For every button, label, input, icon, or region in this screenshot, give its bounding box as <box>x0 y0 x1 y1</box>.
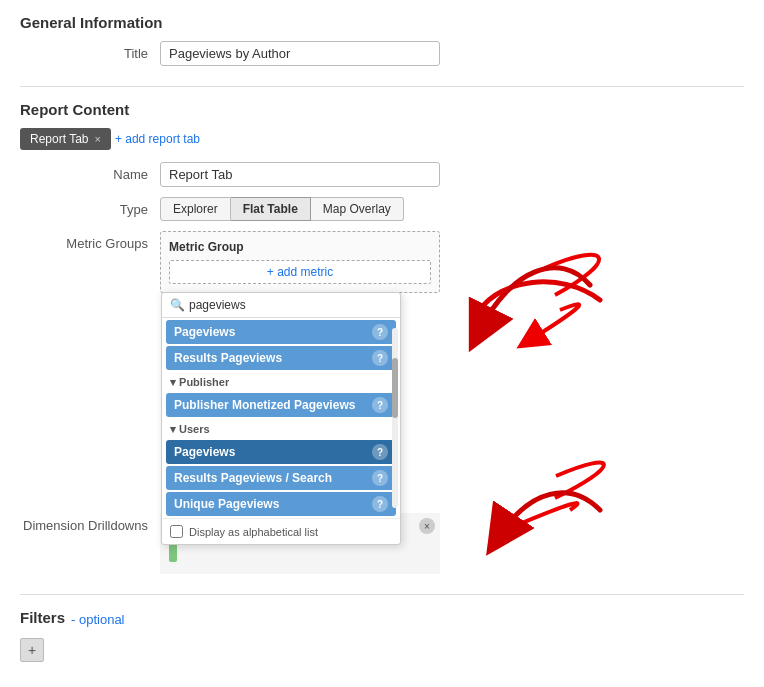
dropdown-scrollbar-thumb <box>392 358 398 418</box>
name-input[interactable] <box>160 162 440 187</box>
type-btn-map-overlay[interactable]: Map Overlay <box>311 197 404 221</box>
help-icon-4[interactable]: ? <box>372 444 388 460</box>
dimension-drilldowns-label: Dimension Drilldowns <box>20 513 160 533</box>
search-icon: 🔍 <box>170 298 185 312</box>
dropdown-item-publisher-monetized[interactable]: Publisher Monetized Pageviews ? <box>166 393 396 417</box>
help-icon-2[interactable]: ? <box>372 350 388 366</box>
report-tab[interactable]: Report Tab × <box>20 128 111 150</box>
item-label: Pageviews <box>174 325 235 339</box>
alphabetical-checkbox-row: Display as alphabetical list <box>162 518 400 544</box>
tab-close-icon[interactable]: × <box>94 133 100 145</box>
type-buttons-group: Explorer Flat Table Map Overlay <box>160 197 744 221</box>
dropdown-item-pageviews-users[interactable]: Pageviews ? <box>166 440 396 464</box>
dropdown-scrollbar[interactable] <box>392 328 398 508</box>
type-btn-explorer[interactable]: Explorer <box>160 197 231 221</box>
filters-title: Filters <box>20 609 65 626</box>
dropdown-item-unique-pageviews[interactable]: Unique Pageviews ? <box>166 492 396 516</box>
filters-add-button[interactable]: + <box>20 638 44 662</box>
tab-strip: Report Tab × + add report tab <box>20 128 744 150</box>
metric-dropdown: 🔍 Pageviews ? Results Pageviews ? <box>161 292 401 545</box>
metric-group-container: Metric Group + add metric 🔍 Pageviews <box>160 231 440 293</box>
item-label: Pageviews <box>174 445 235 459</box>
general-info-title: General Information <box>20 14 744 31</box>
tab-label: Report Tab <box>30 132 88 146</box>
add-report-tab-link[interactable]: + add report tab <box>115 132 200 146</box>
add-metric-button[interactable]: + add metric <box>169 260 431 284</box>
dropdown-item-results-search[interactable]: Results Pageviews / Search ? <box>166 466 396 490</box>
title-label: Title <box>20 41 160 61</box>
type-btn-flat-table[interactable]: Flat Table <box>231 197 311 221</box>
item-label: Results Pageviews <box>174 351 282 365</box>
name-label: Name <box>20 162 160 182</box>
metric-groups-label: Metric Groups <box>20 231 160 251</box>
report-content-title: Report Content <box>20 101 744 118</box>
item-label: Results Pageviews / Search <box>174 471 332 485</box>
dropdown-search-row: 🔍 <box>162 293 400 318</box>
dropdown-item-results-pageviews[interactable]: Results Pageviews ? <box>166 346 396 370</box>
dropdown-section-publisher: Publisher <box>162 372 400 391</box>
item-label: Publisher Monetized Pageviews <box>174 398 355 412</box>
alphabetical-checkbox[interactable] <box>170 525 183 538</box>
filters-optional-label: - optional <box>71 612 124 627</box>
help-icon-6[interactable]: ? <box>372 496 388 512</box>
help-icon-3[interactable]: ? <box>372 397 388 413</box>
title-input[interactable] <box>160 41 440 66</box>
metric-group-header: Metric Group <box>169 240 431 254</box>
help-icon-5[interactable]: ? <box>372 470 388 486</box>
dimension-delete-icon[interactable]: × <box>419 518 435 534</box>
help-icon-1[interactable]: ? <box>372 324 388 340</box>
type-label: Type <box>20 197 160 217</box>
dropdown-item-pageviews-1[interactable]: Pageviews ? <box>166 320 396 344</box>
dropdown-scroll-area[interactable]: Pageviews ? Results Pageviews ? Publishe… <box>162 318 400 518</box>
alphabetical-label: Display as alphabetical list <box>189 526 318 538</box>
dropdown-search-input[interactable] <box>189 298 392 312</box>
item-label: Unique Pageviews <box>174 497 279 511</box>
dropdown-section-users: Users <box>162 419 400 438</box>
